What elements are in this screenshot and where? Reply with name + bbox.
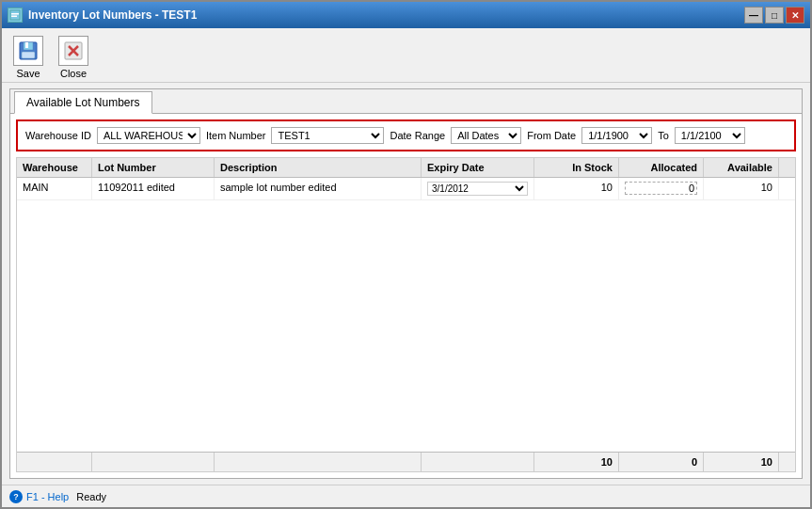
close-label: Close — [60, 68, 87, 79]
svg-rect-0 — [10, 10, 20, 20]
expiry-date-select[interactable]: 3/1/2012 — [427, 182, 528, 196]
filter-bar: Warehouse ID ALL WAREHOUSE Item Number T… — [16, 119, 796, 151]
svg-rect-5 — [25, 42, 28, 48]
col-warehouse: Warehouse — [17, 158, 92, 177]
toolbar: Save Close — [2, 28, 810, 83]
table-row: MAIN 11092011 edited sample lot number e… — [17, 178, 795, 200]
minimize-button[interactable]: — — [744, 7, 763, 24]
cell-expiry-date: 3/1/2012 — [422, 178, 534, 199]
svg-rect-6 — [22, 52, 35, 58]
window-close-button[interactable]: ✕ — [786, 7, 804, 24]
close-icon — [58, 36, 88, 66]
cell-description: sample lot number edited — [215, 178, 422, 199]
warehouse-id-select[interactable]: ALL WAREHOUSE — [97, 127, 200, 144]
footer-available: 10 — [704, 453, 779, 471]
status-text: Ready — [76, 491, 106, 502]
to-date-select[interactable]: 1/1/2100 — [675, 127, 745, 144]
allocated-input[interactable] — [625, 182, 697, 195]
save-button[interactable]: Save — [9, 34, 47, 81]
help-link[interactable]: ? F1 - Help — [9, 490, 69, 503]
cell-allocated[interactable] — [619, 178, 704, 199]
tab-content: Warehouse ID ALL WAREHOUSE Item Number T… — [10, 113, 802, 478]
app-icon — [8, 8, 23, 23]
grid-footer: 10 0 10 — [17, 452, 795, 471]
help-label: F1 - Help — [26, 491, 69, 502]
maximize-button[interactable]: □ — [765, 7, 784, 24]
content-area: Available Lot Numbers Warehouse ID ALL W… — [2, 83, 810, 485]
grid-header: Warehouse Lot Number Description Expiry … — [17, 158, 795, 178]
footer-col1 — [17, 453, 92, 471]
help-icon: ? — [9, 490, 23, 503]
col-lot-number: Lot Number — [92, 158, 215, 177]
col-in-stock: In Stock — [534, 158, 619, 177]
cell-in-stock: 10 — [534, 178, 619, 199]
tabs: Available Lot Numbers — [10, 89, 802, 113]
to-label: To — [658, 130, 669, 141]
save-label: Save — [16, 68, 40, 79]
window-title: Inventory Lot Numbers - TEST1 — [28, 8, 197, 22]
title-bar: Inventory Lot Numbers - TEST1 — □ ✕ — [2, 2, 810, 28]
title-bar-left: Inventory Lot Numbers - TEST1 — [8, 8, 197, 23]
col-description: Description — [215, 158, 422, 177]
item-number-select[interactable]: TEST1 — [271, 127, 384, 144]
from-date-select[interactable]: 1/1/1900 — [581, 127, 652, 144]
col-available: Available — [704, 158, 779, 177]
grid-container: Warehouse Lot Number Description Expiry … — [16, 157, 796, 472]
date-range-select[interactable]: All Dates — [451, 127, 521, 144]
footer-col2 — [92, 453, 215, 471]
col-expiry-date: Expiry Date — [422, 158, 534, 177]
grid-body: MAIN 11092011 edited sample lot number e… — [17, 178, 795, 452]
item-number-label: Item Number — [206, 130, 266, 141]
warehouse-id-label: Warehouse ID — [25, 130, 91, 141]
col-allocated: Allocated — [619, 158, 704, 177]
cell-lot-number: 11092011 edited — [92, 178, 215, 199]
tab-available-lot-numbers[interactable]: Available Lot Numbers — [14, 91, 152, 114]
cell-available: 10 — [704, 178, 779, 199]
footer-in-stock: 10 — [534, 453, 619, 471]
svg-rect-2 — [11, 16, 17, 18]
close-toolbar-button[interactable]: Close — [55, 34, 92, 81]
status-bar: ? F1 - Help Ready — [2, 485, 810, 507]
save-icon — [13, 36, 43, 66]
main-window: Inventory Lot Numbers - TEST1 — □ ✕ Save — [0, 0, 812, 509]
from-date-label: From Date — [527, 130, 576, 141]
footer-col3 — [215, 453, 422, 471]
footer-allocated: 0 — [619, 453, 704, 471]
footer-col4 — [422, 453, 534, 471]
cell-warehouse: MAIN — [17, 178, 92, 199]
title-buttons: — □ ✕ — [744, 7, 804, 24]
date-range-label: Date Range — [390, 130, 445, 141]
svg-rect-1 — [11, 13, 19, 15]
tab-container: Available Lot Numbers Warehouse ID ALL W… — [9, 88, 803, 479]
